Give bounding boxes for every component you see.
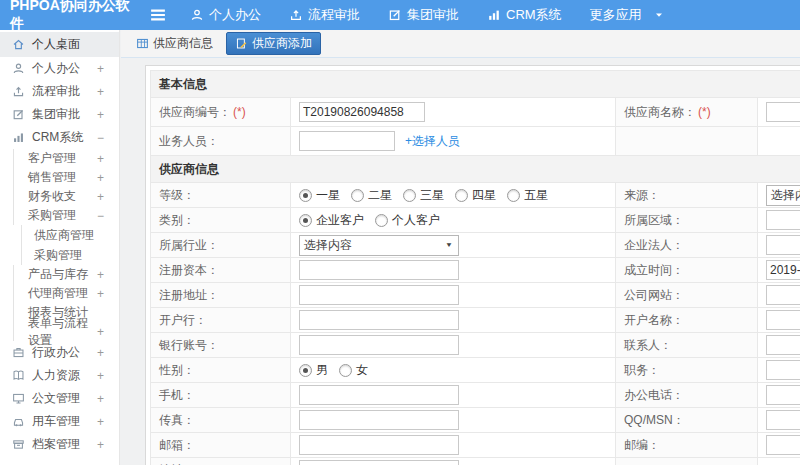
sidebar-item-document-mgmt[interactable]: 公文管理+	[0, 387, 119, 410]
established-date-input[interactable]	[766, 260, 800, 280]
expand-toggle-icon[interactable]: +	[97, 392, 104, 406]
region-input[interactable]	[766, 210, 800, 230]
expand-toggle-icon[interactable]: +	[97, 85, 104, 99]
field-value-cell	[758, 433, 800, 458]
expand-toggle-icon[interactable]: +	[97, 369, 104, 383]
field-label-cell	[616, 127, 758, 156]
address-input[interactable]	[299, 460, 459, 465]
gender-radio-1[interactable]: 女	[339, 362, 368, 379]
sidebar-item-purchasing[interactable]: 采购管理	[21, 245, 119, 265]
category-radio-0[interactable]: 企业客户	[299, 212, 364, 229]
nav-item-group-approval[interactable]: 集团审批	[388, 6, 459, 24]
sidebar-item-hr[interactable]: 人力资源+	[0, 364, 119, 387]
main-area: 供应商信息供应商添加 基本信息供应商编号：(*)供应商名称：(*)业务人员：+选…	[121, 30, 800, 465]
business-staff-input[interactable]	[299, 131, 395, 151]
sidebar-item-workflow-approval[interactable]: 流程审批+	[0, 80, 119, 103]
expand-toggle-icon[interactable]: +	[97, 346, 104, 360]
field-value-cell	[291, 333, 616, 358]
nav-item-more-apps[interactable]: 更多应用	[590, 6, 665, 24]
sidebar-item-vehicle-mgmt[interactable]: 用车管理+	[0, 410, 119, 433]
field-control: 男女	[299, 362, 615, 379]
field-label-cell: 性别：	[151, 358, 291, 383]
field-value-cell: 企业客户个人客户	[291, 208, 616, 233]
nav-item-personal-office[interactable]: 个人办公	[190, 6, 261, 24]
sidebar-item-purchase-mgmt[interactable]: 采购管理−	[13, 206, 119, 225]
sidebar-item-label: 采购管理	[28, 207, 76, 224]
source-select[interactable]: 选择内容▼	[766, 185, 800, 206]
field-control	[766, 102, 800, 122]
gender-radio-0[interactable]: 男	[299, 362, 328, 379]
fax-input[interactable]	[299, 410, 459, 430]
expand-toggle-icon[interactable]: −	[97, 131, 104, 145]
level-radio-1[interactable]: 二星	[351, 187, 392, 204]
account-name-input[interactable]	[766, 310, 800, 330]
registered-address-input[interactable]	[299, 285, 459, 305]
sidebar-item-product-inventory[interactable]: 产品与库存+	[13, 265, 119, 284]
supplier-name-input[interactable]	[766, 102, 800, 122]
sidebar-item-label: 人力资源	[32, 367, 80, 384]
level-radio-0[interactable]: 一星	[299, 187, 340, 204]
expand-toggle-icon[interactable]: +	[97, 415, 104, 429]
business-staff-picker-link[interactable]: +选择人员	[405, 133, 460, 150]
field-label-cell: 业务人员：	[151, 127, 291, 156]
sidebar-item-group-approval[interactable]: 集团审批+	[0, 103, 119, 126]
expand-toggle-icon[interactable]: +	[97, 325, 104, 339]
level-radio-2[interactable]: 三星	[403, 187, 444, 204]
position-input[interactable]	[766, 360, 800, 380]
field-control	[766, 285, 800, 305]
expand-toggle-icon[interactable]: +	[97, 152, 104, 166]
legal-person-input[interactable]	[766, 235, 800, 255]
menu-toggle-button[interactable]	[148, 5, 168, 25]
supplier-code-input[interactable]	[299, 102, 425, 122]
expand-toggle-icon[interactable]: +	[97, 190, 104, 204]
sidebar-item-form-flow-settings[interactable]: 表单与流程设置+	[13, 322, 119, 341]
sidebar-item-agent-mgmt[interactable]: 代理商管理+	[13, 284, 119, 303]
expand-toggle-icon[interactable]: +	[97, 62, 104, 76]
bank-branch-input[interactable]	[299, 310, 459, 330]
bank-account-input[interactable]	[299, 335, 459, 355]
sidebar-item-personal-desktop[interactable]: 个人桌面	[0, 32, 119, 57]
contact-person-input[interactable]	[766, 335, 800, 355]
sidebar-item-crm-system[interactable]: CRM系统−	[0, 126, 119, 149]
qq-msn-input[interactable]	[766, 410, 800, 430]
zipcode-input[interactable]	[766, 435, 800, 455]
industry-select[interactable]: 选择内容▼	[299, 235, 459, 256]
sidebar-item-supplier-mgmt[interactable]: 供应商管理	[21, 225, 119, 245]
account-name-label: 开户名称：	[624, 313, 684, 327]
sidebar-item-customer-mgmt[interactable]: 客户管理+	[13, 149, 119, 168]
company-website-input[interactable]	[766, 285, 800, 305]
level-radio-3[interactable]: 四星	[455, 187, 496, 204]
field-control	[766, 235, 800, 255]
upload-icon	[289, 8, 303, 22]
registered-capital-input[interactable]	[299, 260, 459, 280]
expand-toggle-icon[interactable]: +	[97, 287, 104, 301]
sidebar-item-finance[interactable]: 财务收支+	[13, 187, 119, 206]
mobile-input[interactable]	[299, 385, 459, 405]
sidebar-item-archive-mgmt[interactable]: 档案管理+	[0, 433, 119, 456]
expand-toggle-icon[interactable]: +	[97, 108, 104, 122]
expand-toggle-icon[interactable]: −	[97, 209, 104, 223]
sidebar-item-personal-office[interactable]: 个人办公+	[0, 57, 119, 80]
radio-label: 一星	[316, 187, 340, 204]
edit-icon	[388, 8, 402, 22]
form-row: 开户行：开户名称：	[151, 308, 800, 333]
tab-supplier-info-tab[interactable]: 供应商信息	[130, 32, 219, 55]
category-radio-1[interactable]: 个人客户	[375, 212, 440, 229]
nav-item-crm-system[interactable]: CRM系统	[487, 6, 562, 24]
expand-toggle-icon[interactable]: +	[97, 171, 104, 185]
tab-label: 供应商添加	[252, 35, 312, 52]
nav-item-workflow-approval[interactable]: 流程审批	[289, 6, 360, 24]
level-radio-4[interactable]: 五星	[507, 187, 548, 204]
office-phone-input[interactable]	[766, 385, 800, 405]
region-label: 所属区域：	[624, 213, 684, 227]
tab-supplier-add-tab[interactable]: 供应商添加	[226, 32, 321, 55]
company-website-label: 公司网站：	[624, 288, 684, 302]
sidebar-item-admin-office[interactable]: 行政办公+	[0, 341, 119, 364]
field-value-cell	[758, 358, 800, 383]
expand-toggle-icon[interactable]: +	[97, 268, 104, 282]
expand-toggle-icon[interactable]: +	[97, 438, 104, 452]
field-control	[299, 385, 615, 405]
email-input[interactable]	[299, 435, 459, 455]
sidebar-item-sales-mgmt[interactable]: 销售管理+	[13, 168, 119, 187]
form-row: 业务人员：+选择人员	[151, 127, 800, 156]
